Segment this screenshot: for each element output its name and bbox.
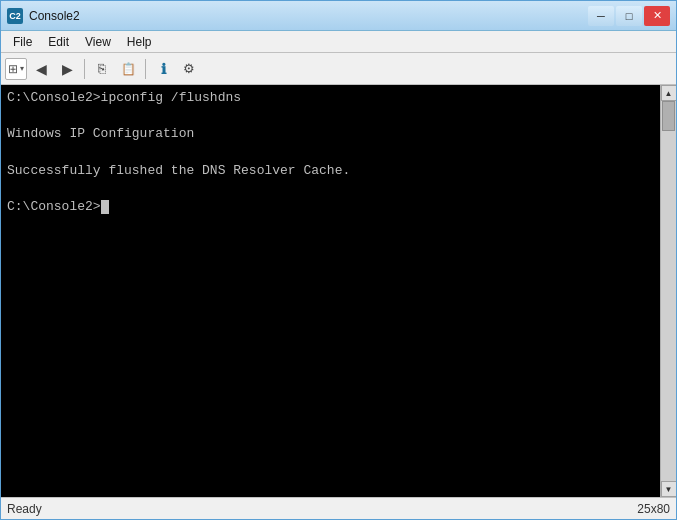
status-text: Ready <box>7 502 42 516</box>
scrollbar-thumb[interactable] <box>662 101 675 131</box>
terminal-line-4 <box>7 144 654 162</box>
settings-button[interactable]: ⚙ <box>177 57 201 81</box>
menu-bar: File Edit View Help <box>1 31 676 53</box>
terminal-line-6 <box>7 180 654 198</box>
title-bar-left: C2 Console2 <box>7 8 80 24</box>
scrollbar: ▲ ▼ <box>660 85 676 497</box>
title-bar-controls: ─ □ ✕ <box>588 6 670 26</box>
tab-dropdown[interactable]: ⊞ ▾ <box>5 58 27 80</box>
menu-view[interactable]: View <box>77 33 119 51</box>
status-bar: Ready 25x80 <box>1 497 676 519</box>
info-button[interactable]: ℹ <box>151 57 175 81</box>
terminal-line-2 <box>7 107 654 125</box>
next-button[interactable]: ▶ <box>55 57 79 81</box>
tab-dropdown-arrow: ▾ <box>20 64 24 73</box>
scrollbar-track[interactable] <box>661 101 676 481</box>
window-title: Console2 <box>29 9 80 23</box>
menu-help[interactable]: Help <box>119 33 160 51</box>
terminal-line-3: Windows IP Configuration <box>7 125 654 143</box>
toolbar-sep-1 <box>84 59 85 79</box>
title-bar: C2 Console2 ─ □ ✕ <box>1 1 676 31</box>
terminal-line-1: C:\Console2>ipconfig /flushdns <box>7 89 654 107</box>
menu-edit[interactable]: Edit <box>40 33 77 51</box>
app-icon: C2 <box>7 8 23 24</box>
main-area: C:\Console2>ipconfig /flushdns Windows I… <box>1 85 676 497</box>
prev-button[interactable]: ◀ <box>29 57 53 81</box>
close-button[interactable]: ✕ <box>644 6 670 26</box>
maximize-button[interactable]: □ <box>616 6 642 26</box>
dimensions-text: 25x80 <box>637 502 670 516</box>
toolbar-sep-2 <box>145 59 146 79</box>
paste-button[interactable]: 📋 <box>116 57 140 81</box>
minimize-button[interactable]: ─ <box>588 6 614 26</box>
copy-button[interactable]: ⎘ <box>90 57 114 81</box>
scroll-up-arrow[interactable]: ▲ <box>661 85 677 101</box>
scroll-down-arrow[interactable]: ▼ <box>661 481 677 497</box>
main-window: C2 Console2 ─ □ ✕ File Edit View Help ⊞ … <box>0 0 677 520</box>
toolbar: ⊞ ▾ ◀ ▶ ⎘ 📋 ℹ ⚙ <box>1 53 676 85</box>
tab-icon: ⊞ <box>8 62 18 76</box>
terminal-line-5: Successfully flushed the DNS Resolver Ca… <box>7 162 654 180</box>
terminal-prompt-line: C:\Console2> <box>7 198 654 216</box>
cursor <box>101 200 109 214</box>
terminal[interactable]: C:\Console2>ipconfig /flushdns Windows I… <box>1 85 660 497</box>
menu-file[interactable]: File <box>5 33 40 51</box>
